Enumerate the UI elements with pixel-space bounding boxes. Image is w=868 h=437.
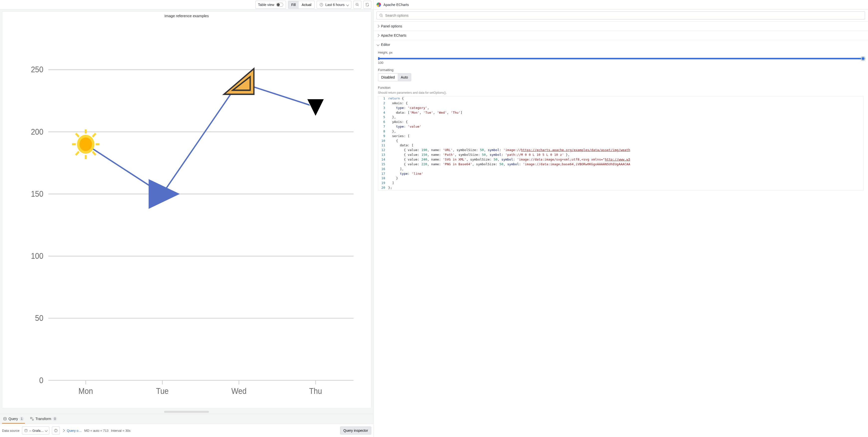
refresh-button[interactable] — [363, 1, 371, 9]
chevron-right-icon — [376, 25, 379, 27]
zoom-out-button[interactable] — [353, 1, 361, 9]
chevron-right-icon — [376, 34, 379, 37]
svg-text:0: 0 — [39, 376, 43, 385]
datasource-value: -- Grafan… — [29, 429, 44, 433]
code-line[interactable]: 7 type: 'value' — [378, 124, 863, 129]
horizontal-scrollbar[interactable] — [164, 411, 209, 413]
code-line[interactable]: 2 xAxis: { — [378, 101, 863, 106]
section-apache-echarts[interactable]: Apache ECharts — [374, 31, 868, 40]
code-line[interactable]: 16 ], — [378, 167, 863, 171]
svg-point-39 — [56, 431, 56, 432]
code-line[interactable]: 8 }, — [378, 129, 863, 134]
height-value: 100 — [378, 61, 864, 65]
symbol-triangle-outline — [224, 68, 254, 94]
symbol-triangle-right — [149, 179, 180, 209]
tab-query-label: Query — [8, 417, 18, 421]
y-axis: 0 50 100 150 200 250 — [31, 65, 353, 385]
tab-transform-label: Transform — [35, 417, 51, 421]
code-line[interactable]: 11 data: [ — [378, 143, 863, 148]
chevron-down-icon — [376, 43, 379, 46]
code-line[interactable]: 9 series: [ — [378, 134, 863, 138]
clock-icon — [319, 3, 323, 7]
table-view-switch[interactable] — [276, 3, 283, 7]
svg-text:150: 150 — [31, 189, 43, 198]
svg-text:Tue: Tue — [156, 387, 169, 396]
fill-actual-toggle: Fill Actual — [288, 1, 315, 9]
options-search[interactable] — [376, 11, 865, 20]
transform-count-badge: 0 — [53, 416, 57, 421]
formatting-auto-button[interactable]: Auto — [398, 73, 411, 81]
code-line[interactable]: 3 type: 'category', — [378, 106, 863, 111]
formatting-disabled-button[interactable]: Disabled — [378, 73, 398, 81]
code-line[interactable]: 6 yAxis: { — [378, 120, 863, 124]
search-input[interactable] — [385, 13, 862, 18]
tab-transform[interactable]: Transform 0 — [29, 414, 58, 424]
code-line[interactable]: 4 data: ['Mon', 'Tue', 'Wed', 'Thu'] — [378, 111, 863, 115]
series-line — [86, 82, 316, 194]
svg-line-41 — [382, 16, 382, 17]
section-panel-options[interactable]: Panel options — [374, 22, 868, 31]
code-line[interactable]: 5 }, — [378, 115, 863, 120]
code-line[interactable]: 14 { value: 240, name: 'SVG in XML', sym… — [378, 157, 863, 162]
svg-text:50: 50 — [35, 314, 43, 322]
function-hint: Should return parameters and data for se… — [378, 91, 864, 94]
section-apache-echarts-label: Apache ECharts — [381, 33, 406, 37]
md-info: MD = auto = 713 — [84, 429, 108, 433]
transform-icon — [30, 417, 34, 421]
code-line[interactable]: 18 } — [378, 176, 863, 181]
chart-area[interactable]: 0 50 100 150 200 250 — [2, 20, 371, 408]
code-line[interactable]: 1return { — [378, 96, 863, 101]
chevron-down-icon — [346, 3, 349, 6]
code-line[interactable]: 13 { value: 150, name: 'Path', symbolSiz… — [378, 153, 863, 157]
query-bar: Data source -- Grafan… Query op… MD = au… — [0, 424, 373, 437]
zoom-out-icon — [355, 3, 359, 7]
code-line[interactable]: 15 { value: 220, name: 'PNG in Base64', … — [378, 162, 863, 167]
slider-thumb[interactable] — [861, 57, 865, 61]
height-label: Height, px — [378, 51, 864, 54]
actual-button[interactable]: Actual — [299, 1, 314, 8]
svg-text:100: 100 — [31, 252, 43, 260]
svg-text:250: 250 — [31, 65, 43, 74]
code-line[interactable]: 19 ] — [378, 181, 863, 185]
code-line[interactable]: 12 { value: 190, name: 'URL', symbolSize… — [378, 148, 863, 153]
chart-panel: Image reference examples 0 50 100 150 — [2, 11, 371, 408]
section-panel-options-label: Panel options — [381, 24, 402, 28]
chevron-right-icon — [62, 429, 65, 432]
symbol-sun — [72, 129, 99, 159]
database-icon — [3, 417, 7, 421]
datasource-select[interactable]: -- Grafan… — [22, 427, 50, 435]
database-icon — [24, 429, 28, 433]
code-line[interactable]: 17 type: 'line' — [378, 171, 863, 176]
svg-line-30 — [76, 133, 79, 137]
svg-line-31 — [93, 152, 95, 155]
query-inspector-button[interactable]: Query inspector — [340, 427, 371, 434]
datasource-label: Data source — [2, 429, 20, 433]
interval-info: Interval = 30s — [111, 429, 130, 433]
code-line[interactable]: 20}; — [378, 185, 863, 190]
function-label: Function — [378, 86, 864, 90]
svg-text:200: 200 — [31, 127, 43, 136]
panel-toolbar: Table view Fill Actual Last 6 hours — [0, 0, 373, 9]
svg-text:Mon: Mon — [79, 387, 93, 396]
table-view-toggle[interactable]: Table view — [255, 1, 286, 9]
right-header-title: Apache ECharts — [383, 3, 409, 7]
section-editor[interactable]: Editor — [374, 40, 868, 49]
datasource-help-button[interactable] — [52, 427, 60, 435]
x-axis: Mon Tue Wed Thu — [79, 380, 322, 396]
svg-point-37 — [25, 429, 27, 430]
tab-query[interactable]: Query 1 — [2, 414, 25, 424]
svg-text:Thu: Thu — [309, 387, 322, 396]
svg-text:Wed: Wed — [231, 387, 247, 396]
time-range-label: Last 6 hours — [326, 3, 345, 7]
svg-point-34 — [4, 417, 6, 418]
svg-rect-35 — [30, 417, 32, 418]
height-slider[interactable] — [378, 58, 864, 59]
code-line[interactable]: 10 { — [378, 138, 863, 143]
svg-rect-36 — [32, 419, 33, 420]
time-range-picker[interactable]: Last 6 hours — [317, 1, 351, 9]
echarts-logo-icon — [376, 2, 381, 7]
function-code-editor[interactable]: 1return {2 xAxis: {3 type: 'category',4 … — [378, 96, 864, 190]
query-options-link[interactable]: Query op… — [67, 429, 82, 433]
panel-title: Image reference examples — [2, 12, 371, 20]
fill-button[interactable]: Fill — [288, 1, 299, 8]
